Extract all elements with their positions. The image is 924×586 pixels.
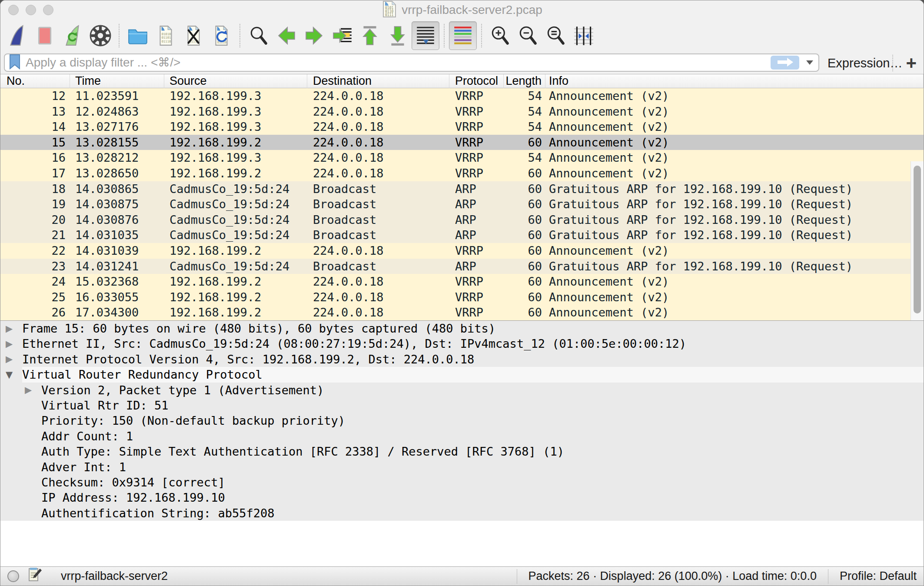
packet-row[interactable]: 2516.033055192.168.199.2224.0.0.18VRRP60…: [0, 290, 924, 305]
packet-row[interactable]: 2314.031241CadmusCo_19:5d:24BroadcastARP…: [0, 259, 924, 274]
restart-capture-button[interactable]: [59, 21, 86, 50]
colorize-icon: [452, 24, 474, 47]
column-header-no[interactable]: No.: [0, 74, 70, 88]
column-header-time[interactable]: Time: [70, 74, 164, 88]
expand-triangle-icon[interactable]: ▶: [6, 339, 22, 349]
detail-row[interactable]: ▶Frame 15: 60 bytes on wire (480 bits), …: [0, 321, 924, 336]
capture-comment-icon[interactable]: [28, 567, 42, 586]
expand-triangle-icon[interactable]: ▶: [6, 354, 22, 364]
detail-row-text: Virtual Rtr ID: 51: [41, 398, 924, 413]
detail-row[interactable]: Addr Count: 1: [0, 429, 924, 444]
cell-info: Announcement (v2): [545, 104, 924, 120]
zoom-in-button[interactable]: [486, 21, 514, 50]
expression-button[interactable]: Expression…: [828, 56, 902, 70]
packet-row[interactable]: 1713.028650192.168.199.2224.0.0.18VRRP60…: [0, 166, 924, 181]
expand-triangle-icon[interactable]: ▶: [6, 323, 22, 334]
status-filename: vrrp-failback-server2: [61, 569, 168, 583]
zoom-reset-button[interactable]: [542, 21, 570, 50]
cell-no: 12: [0, 88, 70, 104]
add-filter-button[interactable]: +: [906, 52, 917, 74]
column-header-length[interactable]: Length: [504, 74, 545, 88]
gear-icon: [89, 24, 112, 47]
go-last-packet-button[interactable]: [384, 21, 412, 50]
capture-options-button[interactable]: [86, 21, 114, 50]
save-file-button[interactable]: 010100110101110: [152, 21, 179, 50]
column-header-source[interactable]: Source: [164, 74, 307, 88]
cell-len: 60: [504, 181, 545, 197]
packet-row[interactable]: 2014.030876CadmusCo_19:5d:24BroadcastARP…: [0, 212, 924, 228]
cell-src: CadmusCo_19:5d:24: [164, 212, 307, 228]
expand-triangle-icon[interactable]: ▶: [25, 385, 41, 395]
chevron-down-icon: [806, 60, 813, 66]
close-file-button[interactable]: 01110: [179, 21, 207, 50]
cell-dst: Broadcast: [307, 196, 449, 212]
go-previous-packet-button[interactable]: [273, 21, 300, 50]
cell-dst: 224.0.0.18: [307, 290, 449, 305]
search-icon: [247, 24, 270, 47]
bookmark-icon[interactable]: [8, 54, 21, 71]
packet-row[interactable]: 2415.032368192.168.199.2224.0.0.18VRRP60…: [0, 274, 924, 290]
resize-columns-button[interactable]: [570, 21, 598, 50]
find-packet-button[interactable]: [245, 21, 273, 50]
stop-capture-button[interactable]: [31, 21, 59, 50]
start-capture-button[interactable]: [3, 21, 31, 50]
titlebar[interactable]: 0101 0110 0111 vrrp-failback-server2.pca…: [0, 0, 924, 20]
packet-row[interactable]: 1513.028155192.168.199.2224.0.0.18VRRP60…: [0, 135, 924, 150]
cell-no: 26: [0, 305, 70, 320]
cell-time: 16.033055: [70, 290, 164, 305]
cell-len: 60: [504, 166, 545, 181]
detail-row[interactable]: Authentification String: ab55f208: [0, 506, 924, 521]
packet-row[interactable]: 1914.030875CadmusCo_19:5d:24BroadcastARP…: [0, 196, 924, 212]
cell-info: Announcement (v2): [545, 274, 924, 290]
arrow-up-icon: [359, 24, 381, 47]
scrollbar-thumb[interactable]: [914, 166, 921, 313]
open-file-button[interactable]: [124, 21, 152, 50]
go-next-packet-button[interactable]: [300, 21, 328, 50]
traffic-lights: [8, 5, 53, 15]
minimize-window-button[interactable]: [26, 5, 36, 15]
display-filter-input[interactable]: [26, 55, 771, 70]
detail-row[interactable]: Auth Type: Simple Text Authentication [R…: [0, 444, 924, 459]
vertical-scrollbar[interactable]: [911, 161, 924, 320]
packet-row[interactable]: 2114.031035CadmusCo_19:5d:24BroadcastARP…: [0, 227, 924, 243]
detail-row[interactable]: Adver Int: 1: [0, 459, 924, 475]
packet-row[interactable]: 1613.028212192.168.199.3224.0.0.18VRRP54…: [0, 150, 924, 166]
column-header-protocol[interactable]: Protocol: [449, 74, 504, 88]
profile-selector[interactable]: Profile: Default: [828, 569, 924, 583]
packet-row[interactable]: 1814.030865CadmusCo_19:5d:24BroadcastARP…: [0, 181, 924, 197]
colorize-packets-button[interactable]: [449, 21, 477, 50]
expert-info-icon[interactable]: [7, 570, 19, 582]
packet-row[interactable]: 1211.023591192.168.199.3224.0.0.18VRRP54…: [0, 88, 924, 104]
zoom-out-button[interactable]: [514, 21, 542, 50]
cell-time: 14.030865: [70, 181, 164, 197]
cell-dst: Broadcast: [307, 181, 449, 197]
go-first-packet-button[interactable]: [356, 21, 384, 50]
go-to-packet-button[interactable]: [328, 21, 356, 50]
column-header-info[interactable]: Info: [545, 74, 924, 88]
cell-time: 14.031035: [70, 227, 164, 243]
packet-row[interactable]: 1413.027176192.168.199.3224.0.0.18VRRP54…: [0, 119, 924, 135]
cell-dst: 224.0.0.18: [307, 88, 449, 104]
cell-no: 14: [0, 119, 70, 135]
apply-filter-button[interactable]: [771, 56, 799, 70]
packet-row[interactable]: 2617.034300192.168.199.2224.0.0.18VRRP60…: [0, 305, 924, 320]
column-header-destination[interactable]: Destination: [307, 74, 449, 88]
detail-row[interactable]: ▼Virtual Router Redundancy Protocol: [0, 367, 924, 382]
packet-row[interactable]: 1312.024863192.168.199.3224.0.0.18VRRP54…: [0, 104, 924, 120]
close-window-button[interactable]: [8, 5, 19, 15]
detail-row[interactable]: Checksum: 0x9314 [correct]: [0, 475, 924, 490]
detail-row[interactable]: Priority: 150 (Non-default backup priori…: [0, 413, 924, 428]
collapse-triangle-icon[interactable]: ▼: [6, 370, 22, 380]
display-filter-field[interactable]: [4, 53, 819, 72]
packet-row[interactable]: 2214.031039192.168.199.2224.0.0.18VRRP60…: [0, 243, 924, 259]
detail-row-text: Internet Protocol Version 4, Src: 192.16…: [22, 352, 924, 367]
auto-scroll-button[interactable]: [412, 21, 439, 50]
detail-row[interactable]: ▶Internet Protocol Version 4, Src: 192.1…: [0, 352, 924, 367]
detail-row[interactable]: Virtual Rtr ID: 51: [0, 398, 924, 413]
reload-file-button[interactable]: 01110: [207, 21, 235, 50]
detail-row[interactable]: IP Address: 192.168.199.10: [0, 490, 924, 505]
detail-row[interactable]: ▶Ethernet II, Src: CadmusCo_19:5d:24 (08…: [0, 336, 924, 351]
detail-row[interactable]: ▶Version 2, Packet type 1 (Advertisement…: [0, 383, 924, 398]
filter-history-dropdown[interactable]: [804, 56, 816, 70]
maximize-window-button[interactable]: [43, 5, 53, 15]
